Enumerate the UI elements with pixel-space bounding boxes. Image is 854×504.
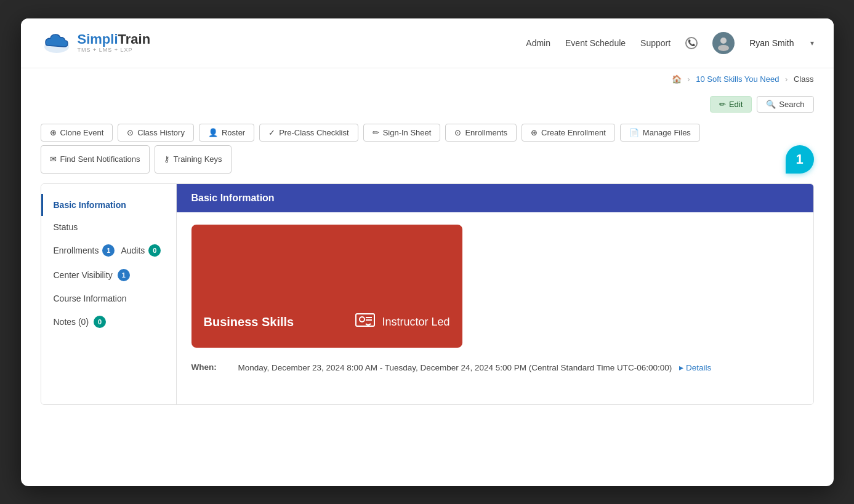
sidebar-item-notes[interactable]: Notes (0) 0 [41,310,176,334]
logo-icon [41,27,73,59]
svg-point-4 [360,317,365,322]
search-icon: 🔍 [766,100,776,109]
course-card-content: Business Skills [204,309,450,335]
find-sent-notifications-button[interactable]: ✉ Find Sent Notifications [41,145,150,174]
svg-point-2 [718,45,729,51]
notes-badge: 0 [94,316,106,328]
logo-text: SimpliTrain TMS + LMS + LXP [78,32,151,53]
enrollments-icon: ⊙ [454,128,461,137]
class-history-icon: ⊙ [127,128,134,137]
content-panel: Basic Information Business Skills [177,184,813,404]
clone-event-button[interactable]: ⊕ Clone Event [41,124,113,142]
sidebar-item-course-information[interactable]: Course Information [41,287,176,310]
edit-icon: ✏ [719,100,726,109]
pre-class-checklist-button[interactable]: ✓ Pre-Class Checklist [259,124,358,142]
breadcrumb: 🏠 › 10 Soft Skills You Need › Class [21,68,834,90]
enrollments-button[interactable]: ⊙ Enrollments [445,124,517,142]
sign-in-sheet-button[interactable]: ✏ Sign-In Sheet [363,124,441,142]
instructor-icon [353,309,377,335]
chevron-down-icon[interactable]: ▾ [810,39,814,47]
course-card: Business Skills [191,225,462,348]
main-content: Basic Information Status Enrollments 1 A… [41,183,814,405]
sidebar-item-status[interactable]: Status [41,216,176,238]
sidebar-item-basic-information[interactable]: Basic Information [41,194,176,216]
nav-support[interactable]: Support [640,38,671,48]
sign-in-sheet-icon: ✏ [373,128,379,137]
header: SimpliTrain TMS + LMS + LXP Admin Event … [21,18,834,68]
class-history-button[interactable]: ⊙ Class History [118,124,194,142]
sidebar-item-enrollments[interactable]: Enrollments 1 Audits 0 [41,238,176,263]
pre-class-checklist-icon: ✓ [268,128,275,137]
tooltip-bubble: 1 [786,145,814,174]
logo: SimpliTrain TMS + LMS + LXP [41,27,151,59]
training-keys-icon: ⚷ [164,154,170,164]
user-name: Ryan Smith [749,38,794,48]
course-category: Business Skills [204,315,294,329]
training-keys-button[interactable]: ⚷ Training Keys [155,145,232,174]
enrollments-badge: 1 [102,244,115,257]
breadcrumb-home[interactable]: 🏠 [672,74,682,84]
roster-icon: 👤 [208,128,218,137]
sidebar-item-center-visibility[interactable]: Center Visibility 1 [41,263,176,287]
app-window: SimpliTrain TMS + LMS + LXP Admin Event … [21,18,834,486]
nav-links: Admin Event Schedule Support 📞 Ryan Smit… [526,32,813,54]
search-button[interactable]: 🔍 Search [757,96,813,113]
panel-body: Business Skills [177,212,813,385]
find-sent-notifications-icon: ✉ [50,154,57,164]
action-buttons-row-2: ✉ Find Sent Notifications ⚷ Training Key… [21,145,834,177]
create-enrollment-button[interactable]: ⊕ Create Enrollment [522,124,615,142]
clone-event-icon: ⊕ [50,128,57,137]
nav-event-schedule[interactable]: Event Schedule [565,38,626,48]
avatar [712,32,735,54]
action-buttons-row: ⊕ Clone Event ⊙ Class History 👤 Roster ✓… [21,119,834,145]
sidebar: Basic Information Status Enrollments 1 A… [41,184,177,404]
breadcrumb-parent[interactable]: 10 Soft Skills You Need [696,74,779,84]
nav-admin[interactable]: Admin [526,38,550,48]
panel-header: Basic Information [177,184,813,212]
breadcrumb-current: Class [794,74,814,84]
create-enrollment-icon: ⊕ [531,128,538,137]
audits-badge: 0 [148,244,161,257]
details-link[interactable]: ▸ Details [679,363,711,372]
manage-files-icon: 📄 [629,128,639,137]
course-type: Instructor Led [353,309,449,335]
manage-files-button[interactable]: 📄 Manage Files [620,124,700,142]
center-visibility-badge: 1 [118,269,130,281]
edit-button[interactable]: ✏ Edit [710,96,752,113]
phone-icon: 📞 [685,37,698,49]
svg-point-1 [720,38,727,44]
when-row: When: Monday, December 23, 2024 8:00 AM … [191,362,799,372]
roster-button[interactable]: 👤 Roster [199,124,254,142]
toolbar: ✏ Edit 🔍 Search [21,90,834,119]
